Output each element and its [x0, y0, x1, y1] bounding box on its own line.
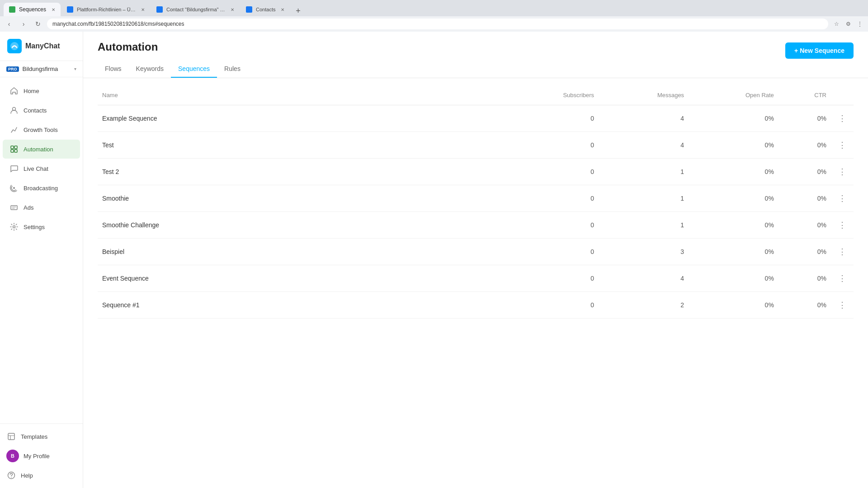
tab-label: Contacts [256, 7, 275, 12]
back-button[interactable]: ‹ [4, 19, 14, 29]
extensions-icon[interactable]: ⚙ [844, 19, 853, 28]
seq-more-button[interactable]: ⋮ [835, 219, 849, 231]
table-row: Event Sequence 0 4 0% 0% ⋮ [98, 265, 854, 292]
seq-more-button[interactable]: ⋮ [835, 113, 849, 124]
sidebar-item-label-my-profile: My Profile [24, 453, 50, 460]
help-icon [6, 470, 16, 480]
seq-name-cell[interactable]: Event Sequence [98, 265, 509, 292]
browser-tab-platform[interactable]: Plattform-Richtlinien – Übers... ✕ [61, 3, 150, 16]
svg-rect-3 [14, 146, 17, 149]
seq-name-text: Sequence #1 [102, 301, 140, 309]
forward-button[interactable]: › [18, 19, 29, 29]
seq-open-rate-cell: 0% [689, 239, 778, 265]
tab-label: Plattform-Richtlinien – Übers... [77, 7, 136, 12]
workspace-selector[interactable]: PRO Bildungsfirma ▾ [0, 61, 83, 77]
new-tab-button[interactable]: + [292, 5, 303, 16]
seq-ctr-cell: 0% [778, 292, 831, 319]
seq-more-button[interactable]: ⋮ [835, 272, 849, 284]
profile-avatar: B [6, 450, 19, 462]
logo-text: ManyChat [25, 42, 60, 50]
sidebar-nav: Home Contacts Growth To [0, 77, 83, 423]
content-header: Automation Flows Keywords Sequences Rule… [83, 32, 868, 78]
sidebar-item-ads[interactable]: Ads [3, 198, 80, 217]
seq-more-button[interactable]: ⋮ [835, 299, 849, 311]
seq-name-cell[interactable]: Test [98, 132, 509, 159]
new-sequence-button[interactable]: + New Sequence [785, 42, 854, 59]
sidebar-item-label-templates: Templates [21, 433, 47, 440]
seq-name-cell[interactable]: Sequence #1 [98, 292, 509, 319]
tab-close[interactable]: ✕ [52, 7, 55, 12]
seq-messages-cell: 4 [599, 105, 689, 132]
table-row: Smoothie Challenge 0 1 0% 0% ⋮ [98, 212, 854, 239]
seq-messages-cell: 3 [599, 239, 689, 265]
svg-point-8 [13, 226, 15, 228]
col-header-name: Name [98, 85, 509, 105]
sidebar: ManyChat PRO Bildungsfirma ▾ Home [0, 32, 83, 488]
sidebar-item-help[interactable]: Help [0, 466, 83, 484]
sidebar-item-broadcasting[interactable]: Broadcasting [3, 178, 80, 197]
svg-rect-9 [8, 433, 14, 440]
live-chat-icon [9, 164, 19, 174]
sidebar-item-label-home: Home [24, 88, 39, 94]
address-bar[interactable]: manychat.com/fb/198150208192061​8/cms#se… [47, 19, 828, 29]
nav-bar: ‹ › ↻ manychat.com/fb/198150208192061​8/… [0, 16, 868, 32]
seq-open-rate-cell: 0% [689, 185, 778, 212]
sidebar-item-growth-tools[interactable]: Growth Tools [3, 120, 80, 139]
svg-rect-5 [14, 150, 17, 152]
sidebar-item-home[interactable]: Home [3, 81, 80, 100]
tab-favicon [156, 6, 163, 13]
sidebar-item-contacts[interactable]: Contacts [3, 101, 80, 120]
tab-label: Sequences [19, 6, 46, 13]
tab-favicon [67, 6, 73, 13]
seq-ctr-cell: 0% [778, 159, 831, 185]
table-row: Beispiel 0 3 0% 0% ⋮ [98, 239, 854, 265]
seq-ctr-cell: 0% [778, 132, 831, 159]
seq-name-text: Smoothie Challenge [102, 221, 159, 229]
sidebar-item-live-chat[interactable]: Live Chat [3, 159, 80, 178]
browser-tab-sequences[interactable]: Sequences ✕ [4, 3, 61, 16]
browser-tab-contacts[interactable]: Contacts ✕ [241, 3, 290, 16]
table-row: Test 2 0 1 0% 0% ⋮ [98, 159, 854, 185]
refresh-button[interactable]: ↻ [33, 19, 43, 29]
svg-rect-7 [11, 206, 17, 210]
tab-close[interactable]: ✕ [141, 7, 145, 12]
seq-name-cell[interactable]: Example Sequence [98, 105, 509, 132]
seq-name-cell[interactable]: Smoothie [98, 185, 509, 212]
bookmark-icon[interactable]: ☆ [832, 19, 841, 28]
seq-name-text: Smoothie [102, 195, 129, 202]
seq-messages-cell: 2 [599, 292, 689, 319]
seq-more-button[interactable]: ⋮ [835, 139, 849, 151]
seq-name-cell[interactable]: Test 2 [98, 159, 509, 185]
seq-subscribers-cell: 0 [509, 212, 599, 239]
sidebar-item-settings[interactable]: Settings [3, 217, 80, 236]
tab-keywords[interactable]: Keywords [129, 61, 171, 78]
tab-favicon [246, 6, 252, 13]
ads-icon [9, 202, 19, 212]
seq-ctr-cell: 0% [778, 105, 831, 132]
seq-more-button[interactable]: ⋮ [835, 166, 849, 178]
tab-close[interactable]: ✕ [231, 7, 234, 12]
seq-subscribers-cell: 0 [509, 265, 599, 292]
seq-more-button[interactable]: ⋮ [835, 192, 849, 204]
sidebar-item-my-profile[interactable]: B My Profile [0, 446, 83, 466]
tab-sequences[interactable]: Sequences [171, 61, 217, 78]
seq-name-cell[interactable]: Beispiel [98, 239, 509, 265]
seq-open-rate-cell: 0% [689, 212, 778, 239]
sidebar-item-automation[interactable]: Automation [3, 140, 80, 159]
sidebar-item-templates[interactable]: Templates [0, 427, 83, 446]
tab-rules[interactable]: Rules [217, 61, 248, 78]
address-text: manychat.com/fb/198150208192061​8/cms#se… [52, 21, 184, 27]
seq-subscribers-cell: 0 [509, 239, 599, 265]
sequences-tbody: Example Sequence 0 4 0% 0% ⋮ Test 0 4 0%… [98, 105, 854, 319]
tab-flows[interactable]: Flows [98, 61, 129, 78]
seq-ctr-cell: 0% [778, 212, 831, 239]
browser-tab-contact[interactable]: Contact "Bildungsfirma" thro... ✕ [151, 3, 240, 16]
seq-more-button[interactable]: ⋮ [835, 246, 849, 258]
tab-close[interactable]: ✕ [281, 7, 284, 12]
seq-name-text: Beispiel [102, 248, 124, 255]
page-tabs: Flows Keywords Sequences Rules [98, 61, 854, 78]
seq-open-rate-cell: 0% [689, 105, 778, 132]
seq-ctr-cell: 0% [778, 185, 831, 212]
menu-icon[interactable]: ⋮ [855, 19, 864, 28]
seq-name-cell[interactable]: Smoothie Challenge [98, 212, 509, 239]
